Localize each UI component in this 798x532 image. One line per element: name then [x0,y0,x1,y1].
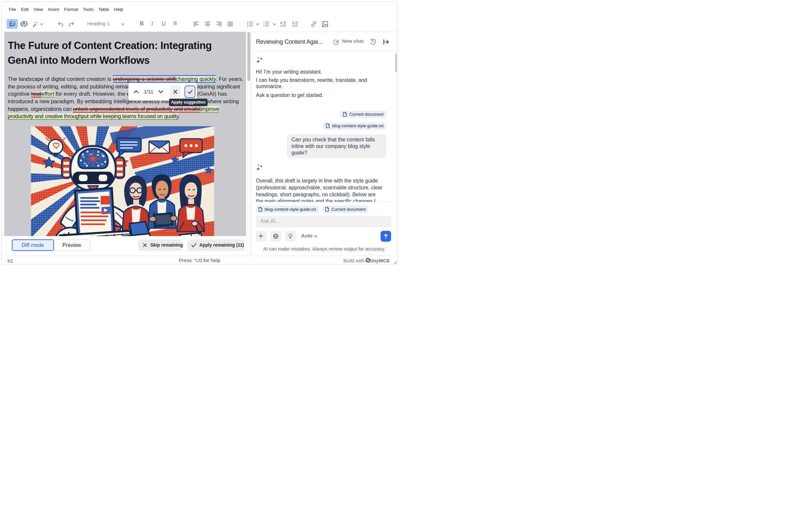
svg-text:3: 3 [263,25,264,27]
